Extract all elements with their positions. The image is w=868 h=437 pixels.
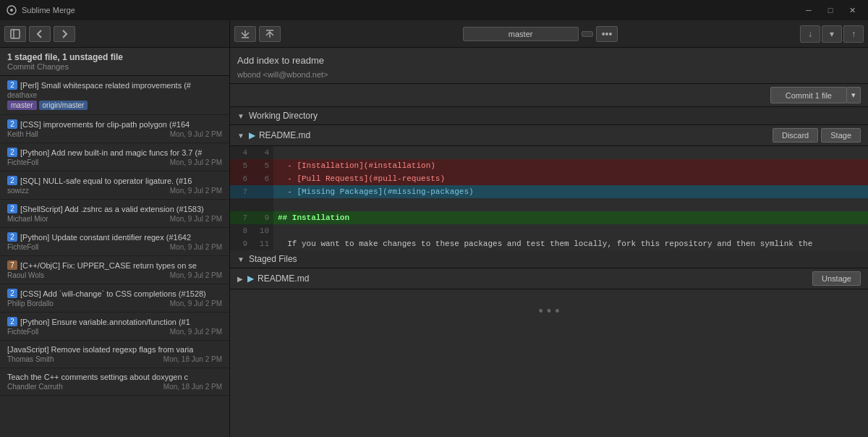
staged-files-count: 1 staged file, 1 unstaged file <box>7 52 222 62</box>
commit-title: [Python] Update constant identifier rege… <box>20 233 191 242</box>
staged-file-icon: ▶ <box>247 273 254 284</box>
fetch-btn[interactable] <box>234 26 256 42</box>
branch-input[interactable] <box>463 27 579 41</box>
commit-list-item[interactable]: 2 [Python] Add new built-in and magic fu… <box>0 143 229 171</box>
file-icon: ▶ <box>249 130 255 140</box>
diff-lines: 4 4 5 5 - [Installation](#installation) … <box>230 146 868 250</box>
readme-file-header: ▼ ▶ README.md Discard Stage <box>230 125 868 146</box>
commit-author-name: Thomas Smith <box>7 355 54 363</box>
discard-btn[interactable]: Discard <box>773 128 818 143</box>
commit-number: 2 <box>7 80 17 90</box>
commit-badge: origin/master <box>39 101 88 110</box>
commit-number: 2 <box>7 204 17 213</box>
working-dir-arrow: ▼ <box>237 112 244 120</box>
commit-date: Mon, 9 Jul 2 PM <box>170 300 222 307</box>
loading-indicator: • • • <box>230 289 868 334</box>
commit-title: [CSS] Add `will-change` to CSS completio… <box>20 289 206 298</box>
commit-message-input[interactable] <box>237 52 861 69</box>
commit-title: [CSS] improvements for clip-path polygon… <box>20 120 190 129</box>
commit-changes-label: Commit Changes <box>7 62 222 71</box>
staged-files-arrow: ▼ <box>237 255 244 263</box>
commit-dropdown-btn[interactable]: ▾ <box>847 87 861 103</box>
diff-area: ▼ Working Directory ▼ ▶ README.md Discar… <box>230 107 868 437</box>
push-btn[interactable] <box>259 26 281 42</box>
commit-date: Mon, 18 Jun 2 PM <box>163 355 222 363</box>
commit-author-name: FichteFoll <box>7 328 38 336</box>
diff-line: 8 10 <box>230 224 868 237</box>
minimize-btn[interactable]: ─ <box>799 4 819 17</box>
diff-line <box>230 198 868 211</box>
commit-title: [JavaScript] Remove isolated regexp flag… <box>7 345 193 354</box>
commit-list-item[interactable]: 2 [Perl] Small whitespace related improv… <box>0 76 229 115</box>
close-btn[interactable]: ✕ <box>842 4 862 17</box>
staged-file-arrow: ▶ <box>237 275 243 283</box>
diff-line: 5 5 - [Installation](#installation) <box>230 159 868 172</box>
left-panel: 1 staged file, 1 unstaged file Commit Ch… <box>0 20 230 437</box>
commit-list-item[interactable]: 2 [Python] Update constant identifier re… <box>0 228 229 256</box>
commit-author-name: Keith Hall <box>7 130 38 138</box>
commit-author-name: Chandler Carruth <box>7 383 63 391</box>
commit-title: [Python] Add new built-in and magic func… <box>20 148 202 157</box>
push-up-btn[interactable]: ↑ <box>843 25 864 43</box>
staged-files-section[interactable]: ▼ Staged Files <box>230 250 868 268</box>
commit-date: Mon, 9 Jul 2 PM <box>170 158 222 166</box>
commit-list-item[interactable]: Teach the C++ comments settings about do… <box>0 368 229 396</box>
right-panel: ••• ↓ ▾ ↑ wbond <will@wbond.net> Commit … <box>230 20 868 437</box>
commit-title: Teach the C++ comments settings about do… <box>7 373 188 381</box>
commit-action-bar: Commit 1 file ▾ <box>230 84 868 107</box>
pull-down-btn[interactable]: ↓ <box>800 25 820 43</box>
app-icon <box>6 4 17 16</box>
file-arrow: ▼ <box>237 132 244 140</box>
commit-list-item[interactable]: 2 [ShellScript] Add .zshrc as a valid ex… <box>0 200 229 228</box>
staged-readme-filename: README.md <box>258 273 809 284</box>
commit-btn-group: Commit 1 file ▾ <box>770 87 861 103</box>
commit-list-item[interactable]: 7 [C++/ObjC] Fix: UPPER_CASE return type… <box>0 256 229 284</box>
commit-badge: master <box>7 101 37 110</box>
commit-list: 2 [Perl] Small whitespace related improv… <box>0 76 229 437</box>
commit-number: 2 <box>7 232 17 242</box>
staged-readme-header: ▶ ▶ README.md Unstage <box>230 268 868 289</box>
svg-point-1 <box>10 9 13 12</box>
commit-date: Mon, 9 Jul 2 PM <box>170 328 222 336</box>
commit-list-item[interactable]: 2 [SQL] NULL-safe equal to operator liga… <box>0 171 229 200</box>
commit-list-item[interactable]: 2 [CSS] Add `will-change` to CSS complet… <box>0 284 229 313</box>
commit-author-name: Philip Bordallo <box>7 300 54 307</box>
maximize-btn[interactable]: □ <box>820 4 841 17</box>
commit-number: 2 <box>7 119 17 129</box>
staged-files-label: Staged Files <box>249 254 297 264</box>
left-toolbar <box>0 20 229 48</box>
commit-title: [Python] Ensure variable.annotation/func… <box>20 318 190 326</box>
commit-list-item[interactable]: [JavaScript] Remove isolated regexp flag… <box>0 341 229 368</box>
unstage-btn[interactable]: Unstage <box>812 271 861 286</box>
back-btn[interactable] <box>29 26 51 42</box>
commit-author-name: sowizz <box>7 187 29 195</box>
window-controls[interactable]: ─ □ ✕ <box>799 4 862 17</box>
commit-btn[interactable]: Commit 1 file <box>770 87 847 103</box>
working-dir-section[interactable]: ▼ Working Directory <box>230 107 868 125</box>
commit-date: Mon, 18 Jun 2 PM <box>163 383 222 391</box>
diff-line: 7 9 ## Installation <box>230 211 868 224</box>
diff-line: 6 6 - [Pull Requests](#pull-requests) <box>230 172 868 185</box>
commit-header: 1 staged file, 1 unstaged file Commit Ch… <box>0 48 229 76</box>
commit-author-name: deathaxe <box>7 91 37 99</box>
commit-list-item[interactable]: 2 [CSS] improvements for clip-path polyg… <box>0 115 229 143</box>
svg-rect-2 <box>11 30 20 38</box>
commit-title: [ShellScript] Add .zshrc as a valid exte… <box>20 205 204 213</box>
readme-filename: README.md <box>259 130 770 140</box>
app-title: Sublime Merge <box>22 6 799 14</box>
commit-date: Mon, 9 Jul 2 PM <box>170 130 222 138</box>
commit-author-name: Raoul Wols <box>7 271 44 279</box>
commit-number: 2 <box>7 176 17 185</box>
commit-title: [Perl] Small whitespace related improvem… <box>20 81 191 90</box>
repo-btn[interactable] <box>4 26 26 42</box>
commit-date: Mon, 9 Jul 2 PM <box>170 271 222 279</box>
pull-options-btn[interactable]: ▾ <box>822 25 842 43</box>
search-btn[interactable] <box>582 31 593 37</box>
commit-number: 2 <box>7 289 17 298</box>
stage-btn[interactable]: Stage <box>821 128 861 143</box>
commit-author-name: FichteFoll <box>7 243 38 251</box>
more-btn[interactable]: ••• <box>596 26 618 42</box>
working-dir-label: Working Directory <box>249 111 318 121</box>
forward-btn[interactable] <box>54 26 75 42</box>
commit-list-item[interactable]: 2 [Python] Ensure variable.annotation/fu… <box>0 313 229 341</box>
